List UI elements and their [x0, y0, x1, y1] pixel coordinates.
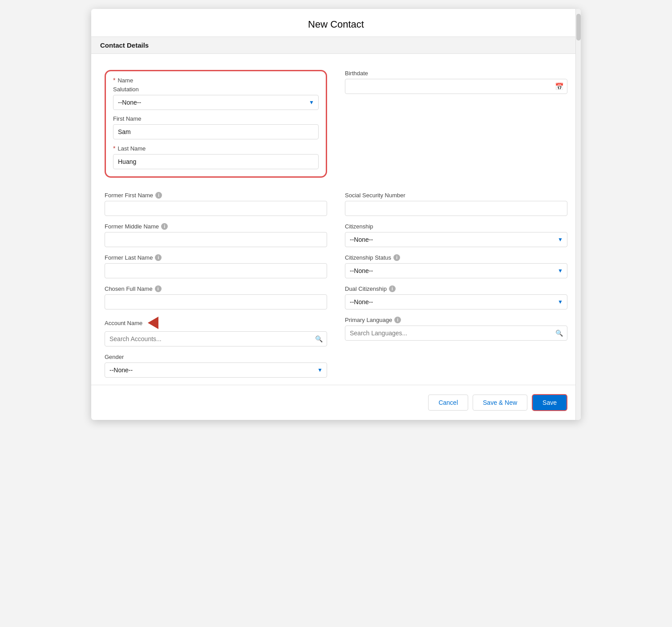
citizenship-status-select-wrapper: --None-- ▼: [345, 263, 567, 278]
gender-label: Gender: [105, 354, 327, 360]
gender-field: Gender --None-- Male Female Non-binary P…: [105, 354, 327, 378]
gender-select-wrapper: --None-- Male Female Non-binary Prefer n…: [105, 362, 327, 378]
dual-citizenship-field: Dual Citizenship i --None-- ▼: [345, 285, 567, 309]
red-arrow-indicator: [148, 317, 158, 329]
dual-citizenship-select-wrapper: --None-- ▼: [345, 294, 567, 309]
citizenship-status-select[interactable]: --None--: [345, 263, 567, 278]
chosen-full-name-field: Chosen Full Name i: [105, 285, 327, 309]
birthdate-field: Birthdate 📅: [345, 70, 567, 94]
birthdate-label: Birthdate: [345, 70, 567, 77]
page-title: New Contact: [91, 9, 581, 37]
scrollbar-track[interactable]: [575, 9, 581, 420]
primary-language-input[interactable]: [345, 326, 567, 341]
birthdate-input[interactable]: [345, 79, 567, 94]
birthdate-input-wrapper: 📅: [345, 79, 567, 94]
first-name-field: First Name: [113, 115, 319, 139]
first-name-input[interactable]: [113, 124, 319, 139]
former-middle-name-label: Former Middle Name i: [105, 223, 327, 230]
salutation-field: Salutation --None-- Mr. Ms. Mrs. Dr. Pro…: [113, 86, 319, 110]
salutation-select[interactable]: --None-- Mr. Ms. Mrs. Dr. Prof.: [113, 95, 319, 110]
name-group: Name Salutation --None-- Mr. Ms. Mrs. Dr…: [105, 70, 327, 185]
citizenship-status-info-icon[interactable]: i: [393, 254, 400, 261]
social-security-input[interactable]: [345, 201, 567, 216]
former-first-name-label: Former First Name i: [105, 192, 327, 199]
save-new-button[interactable]: Save & New: [473, 395, 527, 411]
former-middle-name-info-icon[interactable]: i: [161, 223, 168, 230]
former-first-name-field: Former First Name i: [105, 192, 327, 216]
row-former-first-social: Former First Name i Social Security Numb…: [105, 192, 567, 216]
dual-citizenship-label: Dual Citizenship i: [345, 285, 567, 292]
save-button[interactable]: Save: [532, 394, 567, 411]
modal-footer: Cancel Save & New Save: [91, 385, 581, 420]
former-middle-name-input[interactable]: [105, 232, 327, 247]
dual-citizenship-info-icon[interactable]: i: [389, 285, 396, 292]
former-first-name-input[interactable]: [105, 201, 327, 216]
first-name-label: First Name: [113, 115, 319, 122]
cancel-button[interactable]: Cancel: [428, 395, 468, 411]
last-name-input[interactable]: [113, 154, 319, 169]
salutation-select-wrapper: --None-- Mr. Ms. Mrs. Dr. Prof. ▼: [113, 95, 319, 110]
account-name-field: Account Name 🔍: [105, 317, 327, 346]
social-security-field: Social Security Number: [345, 192, 567, 216]
former-first-name-info-icon[interactable]: i: [155, 192, 162, 199]
salutation-label: Salutation: [113, 86, 319, 93]
primary-language-label: Primary Language i: [345, 317, 567, 323]
chosen-full-name-info-icon[interactable]: i: [155, 285, 162, 292]
account-name-label-row: Account Name: [105, 317, 327, 329]
row-former-last-citizenship-status: Former Last Name i Citizenship Status i …: [105, 254, 567, 278]
scrollbar-thumb[interactable]: [576, 14, 581, 41]
form-body: Name Salutation --None-- Mr. Ms. Mrs. Dr…: [91, 54, 581, 378]
row-former-middle-citizenship: Former Middle Name i Citizenship --None-…: [105, 223, 567, 247]
contact-details-section-header: Contact Details: [91, 37, 581, 54]
row-chosen-dual: Chosen Full Name i Dual Citizenship i --…: [105, 285, 567, 309]
former-last-name-input[interactable]: [105, 263, 327, 278]
former-middle-name-field: Former Middle Name i: [105, 223, 327, 247]
former-last-name-field: Former Last Name i: [105, 254, 327, 278]
primary-language-input-wrapper: 🔍: [345, 326, 567, 341]
gender-select[interactable]: --None-- Male Female Non-binary Prefer n…: [105, 362, 327, 378]
empty-right-col: [345, 354, 567, 378]
last-name-field: Last Name: [113, 145, 319, 169]
new-contact-modal: New Contact Contact Details Name Salutat…: [91, 9, 581, 420]
account-name-input-wrapper: 🔍: [105, 331, 327, 346]
last-name-label: Last Name: [113, 145, 319, 152]
citizenship-select-wrapper: --None-- ▼: [345, 232, 567, 247]
name-highlight-box: Name Salutation --None-- Mr. Ms. Mrs. Dr…: [105, 70, 327, 178]
former-last-name-label: Former Last Name i: [105, 254, 327, 261]
account-name-input[interactable]: [105, 331, 327, 346]
former-last-name-info-icon[interactable]: i: [155, 254, 162, 261]
citizenship-label: Citizenship: [345, 223, 567, 230]
row-gender: Gender --None-- Male Female Non-binary P…: [105, 354, 567, 378]
citizenship-select[interactable]: --None--: [345, 232, 567, 247]
citizenship-status-label: Citizenship Status i: [345, 254, 567, 261]
name-group-label: Name: [113, 77, 319, 84]
chosen-full-name-label: Chosen Full Name i: [105, 285, 327, 292]
primary-language-info-icon[interactable]: i: [394, 317, 401, 323]
citizenship-field: Citizenship --None-- ▼: [345, 223, 567, 247]
social-security-label: Social Security Number: [345, 192, 567, 199]
primary-language-field: Primary Language i 🔍: [345, 317, 567, 346]
citizenship-status-field: Citizenship Status i --None-- ▼: [345, 254, 567, 278]
row-account-language: Account Name 🔍 Primary Language i 🔍: [105, 317, 567, 346]
chosen-full-name-input[interactable]: [105, 294, 327, 309]
dual-citizenship-select[interactable]: --None--: [345, 294, 567, 309]
